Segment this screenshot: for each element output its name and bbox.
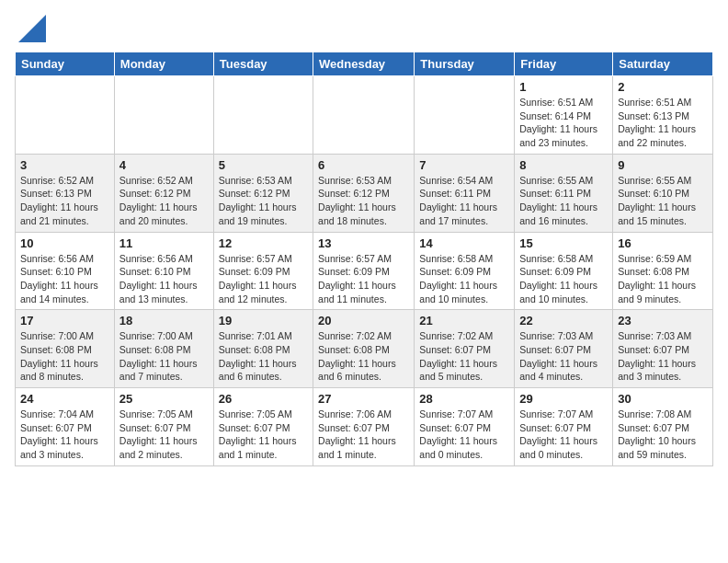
day-number: 28 <box>419 392 509 406</box>
day-cell: 12Sunrise: 6:57 AM Sunset: 6:09 PM Dayli… <box>213 232 313 310</box>
logo <box>15 15 46 42</box>
week-row-2: 3Sunrise: 6:52 AM Sunset: 6:13 PM Daylig… <box>16 154 713 232</box>
weekday-header-saturday: Saturday <box>613 52 713 76</box>
day-info: Sunrise: 6:58 AM Sunset: 6:09 PM Dayligh… <box>519 252 608 306</box>
day-info: Sunrise: 6:57 AM Sunset: 6:09 PM Dayligh… <box>219 252 308 306</box>
day-number: 29 <box>519 392 608 406</box>
day-info: Sunrise: 7:03 AM Sunset: 6:07 PM Dayligh… <box>519 329 608 384</box>
weekday-header-wednesday: Wednesday <box>313 52 415 76</box>
day-number: 10 <box>20 236 109 250</box>
day-cell: 2Sunrise: 6:51 AM Sunset: 6:13 PM Daylig… <box>613 76 713 155</box>
day-cell: 1Sunrise: 6:51 AM Sunset: 6:14 PM Daylig… <box>515 76 613 155</box>
day-number: 30 <box>618 392 708 406</box>
week-row-4: 17Sunrise: 7:00 AM Sunset: 6:08 PM Dayli… <box>16 310 713 388</box>
week-row-5: 24Sunrise: 7:04 AM Sunset: 6:07 PM Dayli… <box>16 388 713 466</box>
day-cell: 28Sunrise: 7:07 AM Sunset: 6:07 PM Dayli… <box>415 388 515 466</box>
day-number: 24 <box>20 392 109 406</box>
day-cell <box>114 76 213 155</box>
day-cell: 22Sunrise: 7:03 AM Sunset: 6:07 PM Dayli… <box>515 310 613 388</box>
day-cell: 7Sunrise: 6:54 AM Sunset: 6:11 PM Daylig… <box>415 154 515 232</box>
day-number: 26 <box>219 392 308 406</box>
day-number: 2 <box>618 80 708 94</box>
day-info: Sunrise: 7:05 AM Sunset: 6:07 PM Dayligh… <box>219 408 308 462</box>
day-info: Sunrise: 6:53 AM Sunset: 6:12 PM Dayligh… <box>219 174 308 228</box>
day-number: 14 <box>419 236 509 250</box>
day-number: 25 <box>119 392 209 406</box>
day-cell: 6Sunrise: 6:53 AM Sunset: 6:12 PM Daylig… <box>313 154 415 232</box>
day-cell <box>213 76 313 155</box>
day-cell: 29Sunrise: 7:07 AM Sunset: 6:07 PM Dayli… <box>515 388 613 466</box>
day-cell: 25Sunrise: 7:05 AM Sunset: 6:07 PM Dayli… <box>114 388 213 466</box>
day-number: 17 <box>20 314 109 327</box>
day-cell: 10Sunrise: 6:56 AM Sunset: 6:10 PM Dayli… <box>16 232 115 310</box>
day-number: 27 <box>318 392 409 406</box>
day-cell: 15Sunrise: 6:58 AM Sunset: 6:09 PM Dayli… <box>515 232 613 310</box>
day-cell: 26Sunrise: 7:05 AM Sunset: 6:07 PM Dayli… <box>213 388 313 466</box>
day-cell: 27Sunrise: 7:06 AM Sunset: 6:07 PM Dayli… <box>313 388 415 466</box>
day-info: Sunrise: 6:58 AM Sunset: 6:09 PM Dayligh… <box>419 252 509 306</box>
day-number: 8 <box>519 158 608 172</box>
week-row-3: 10Sunrise: 6:56 AM Sunset: 6:10 PM Dayli… <box>16 232 713 310</box>
day-number: 13 <box>318 236 409 250</box>
day-info: Sunrise: 7:07 AM Sunset: 6:07 PM Dayligh… <box>419 408 509 462</box>
weekday-header-tuesday: Tuesday <box>213 52 313 76</box>
day-info: Sunrise: 6:59 AM Sunset: 6:08 PM Dayligh… <box>618 252 708 306</box>
day-cell <box>16 76 115 155</box>
day-info: Sunrise: 7:00 AM Sunset: 6:08 PM Dayligh… <box>20 329 109 384</box>
day-info: Sunrise: 6:52 AM Sunset: 6:13 PM Dayligh… <box>20 174 109 228</box>
weekday-header-monday: Monday <box>114 52 213 76</box>
day-number: 11 <box>119 236 209 250</box>
day-info: Sunrise: 6:53 AM Sunset: 6:12 PM Dayligh… <box>318 174 409 228</box>
day-info: Sunrise: 7:00 AM Sunset: 6:08 PM Dayligh… <box>119 329 209 384</box>
day-number: 1 <box>519 80 608 94</box>
day-number: 21 <box>419 314 509 327</box>
day-info: Sunrise: 7:06 AM Sunset: 6:07 PM Dayligh… <box>318 408 409 462</box>
day-cell: 9Sunrise: 6:55 AM Sunset: 6:10 PM Daylig… <box>613 154 713 232</box>
day-number: 4 <box>119 158 209 172</box>
day-info: Sunrise: 6:56 AM Sunset: 6:10 PM Dayligh… <box>20 252 109 306</box>
day-cell: 16Sunrise: 6:59 AM Sunset: 6:08 PM Dayli… <box>613 232 713 310</box>
week-row-1: 1Sunrise: 6:51 AM Sunset: 6:14 PM Daylig… <box>16 76 713 155</box>
day-info: Sunrise: 6:52 AM Sunset: 6:12 PM Dayligh… <box>119 174 209 228</box>
day-number: 7 <box>419 158 509 172</box>
day-info: Sunrise: 7:07 AM Sunset: 6:07 PM Dayligh… <box>519 408 608 462</box>
day-info: Sunrise: 6:57 AM Sunset: 6:09 PM Dayligh… <box>318 252 409 306</box>
day-cell: 19Sunrise: 7:01 AM Sunset: 6:08 PM Dayli… <box>213 310 313 388</box>
day-cell <box>313 76 415 155</box>
day-cell: 3Sunrise: 6:52 AM Sunset: 6:13 PM Daylig… <box>16 154 115 232</box>
day-info: Sunrise: 7:02 AM Sunset: 6:08 PM Dayligh… <box>318 329 409 384</box>
weekday-header-sunday: Sunday <box>16 52 115 76</box>
day-cell: 5Sunrise: 6:53 AM Sunset: 6:12 PM Daylig… <box>213 154 313 232</box>
day-number: 12 <box>219 236 308 250</box>
day-cell: 18Sunrise: 7:00 AM Sunset: 6:08 PM Dayli… <box>114 310 213 388</box>
day-number: 15 <box>519 236 608 250</box>
day-info: Sunrise: 6:51 AM Sunset: 6:14 PM Dayligh… <box>519 96 608 150</box>
day-cell: 23Sunrise: 7:03 AM Sunset: 6:07 PM Dayli… <box>613 310 713 388</box>
day-number: 19 <box>219 314 308 327</box>
weekday-header-friday: Friday <box>515 52 613 76</box>
weekday-header-thursday: Thursday <box>415 52 515 76</box>
day-cell <box>415 76 515 155</box>
day-cell: 11Sunrise: 6:56 AM Sunset: 6:10 PM Dayli… <box>114 232 213 310</box>
day-info: Sunrise: 6:55 AM Sunset: 6:10 PM Dayligh… <box>618 174 708 228</box>
header <box>15 15 713 42</box>
day-cell: 13Sunrise: 6:57 AM Sunset: 6:09 PM Dayli… <box>313 232 415 310</box>
day-info: Sunrise: 6:56 AM Sunset: 6:10 PM Dayligh… <box>119 252 209 306</box>
calendar-table: SundayMondayTuesdayWednesdayThursdayFrid… <box>15 52 713 466</box>
page: SundayMondayTuesdayWednesdayThursdayFrid… <box>0 0 728 481</box>
day-number: 6 <box>318 158 409 172</box>
day-cell: 20Sunrise: 7:02 AM Sunset: 6:08 PM Dayli… <box>313 310 415 388</box>
day-number: 16 <box>618 236 708 250</box>
day-info: Sunrise: 7:01 AM Sunset: 6:08 PM Dayligh… <box>219 329 308 384</box>
day-cell: 24Sunrise: 7:04 AM Sunset: 6:07 PM Dayli… <box>16 388 115 466</box>
day-number: 9 <box>618 158 708 172</box>
day-cell: 14Sunrise: 6:58 AM Sunset: 6:09 PM Dayli… <box>415 232 515 310</box>
day-cell: 4Sunrise: 6:52 AM Sunset: 6:12 PM Daylig… <box>114 154 213 232</box>
day-info: Sunrise: 7:03 AM Sunset: 6:07 PM Dayligh… <box>618 329 708 384</box>
logo-icon <box>18 15 46 42</box>
day-number: 3 <box>20 158 109 172</box>
day-info: Sunrise: 7:08 AM Sunset: 6:07 PM Dayligh… <box>618 408 708 462</box>
day-info: Sunrise: 6:55 AM Sunset: 6:11 PM Dayligh… <box>519 174 608 228</box>
day-cell: 17Sunrise: 7:00 AM Sunset: 6:08 PM Dayli… <box>16 310 115 388</box>
day-number: 23 <box>618 314 708 327</box>
